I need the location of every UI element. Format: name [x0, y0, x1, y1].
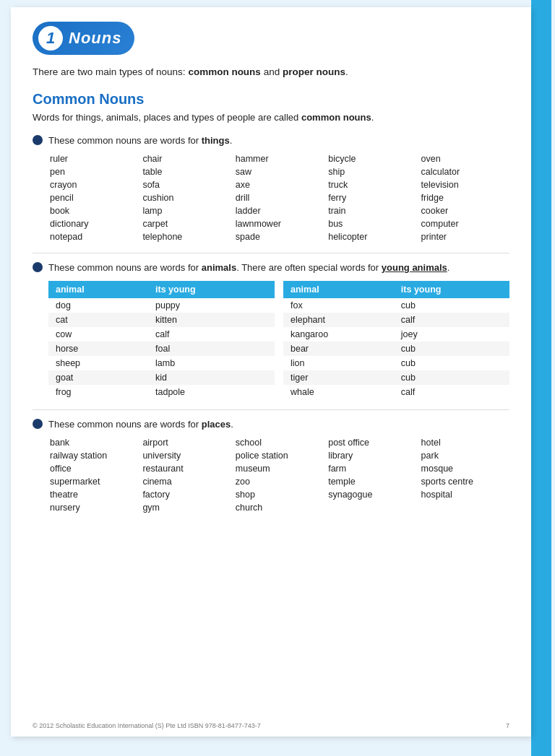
young-name: cub	[394, 298, 509, 313]
things-word-grid: ruler chair hammer bicycle oven pen tabl…	[48, 153, 509, 243]
copyright-text: © 2012 Scholastic Education Internationa…	[33, 722, 261, 729]
animal-name: bear	[283, 342, 394, 356]
right-sidebar-bar	[531, 0, 551, 756]
page-footer: © 2012 Scholastic Education Internationa…	[33, 722, 509, 729]
word-cell: mosque	[420, 463, 509, 474]
word-cell: nursery	[48, 502, 138, 513]
intro-paragraph: There are two main types of nouns: commo…	[33, 65, 509, 79]
word-cell: sofa	[141, 179, 231, 191]
word-cell: post office	[327, 437, 416, 448]
table-row: catkitten	[48, 313, 275, 327]
word-cell: school	[234, 437, 324, 448]
young-name: calf	[148, 327, 275, 342]
word-cell: railway station	[48, 450, 138, 461]
table-row: bearcub	[283, 342, 509, 356]
young-name: kitten	[148, 313, 275, 327]
word-cell: university	[141, 450, 231, 461]
word-cell: ruler	[48, 153, 138, 165]
animal-name: goat	[48, 370, 148, 385]
word-cell: bicycle	[327, 153, 416, 165]
animal-name: whale	[283, 385, 394, 399]
animals-section: These common nouns are words for animals…	[33, 261, 509, 399]
table-row: whalecalf	[283, 385, 509, 399]
animal-col-header-2: animal	[283, 281, 394, 298]
word-cell: oven	[420, 153, 509, 165]
word-cell: cushion	[141, 192, 231, 204]
young-name: foal	[148, 342, 275, 356]
word-cell: notepad	[48, 231, 138, 243]
young-name: kid	[148, 370, 275, 385]
word-cell: temple	[327, 476, 416, 487]
word-cell: synagogue	[327, 489, 416, 500]
animal-name: cat	[48, 313, 148, 327]
young-name: cub	[394, 342, 509, 356]
animal-name: frog	[48, 385, 148, 399]
word-cell: truck	[327, 179, 416, 191]
word-cell: ship	[327, 166, 416, 178]
word-cell: hammer	[234, 153, 324, 165]
word-cell: television	[420, 179, 509, 191]
young-col-header-1: its young	[148, 281, 275, 298]
animals-bullet-header: These common nouns are words for animals…	[33, 261, 509, 275]
word-cell: axe	[234, 179, 324, 191]
animal-col-header-1: animal	[48, 281, 148, 298]
common-nouns-heading: Common Nouns	[33, 91, 509, 108]
places-section: These common nouns are words for places.…	[33, 417, 509, 514]
table-row: cowcalf	[48, 327, 275, 342]
word-cell: church	[234, 502, 324, 513]
word-cell: spade	[234, 231, 324, 243]
word-cell: cinema	[141, 476, 231, 487]
word-cell: bank	[48, 437, 138, 448]
word-cell: carpet	[141, 218, 231, 230]
animal-name: cow	[48, 327, 148, 342]
word-cell: cooker	[420, 205, 509, 217]
word-cell: fridge	[420, 192, 509, 204]
main-page: 1 Nouns There are two main types of noun…	[11, 7, 531, 737]
things-bullet-text: These common nouns are words for things.	[48, 134, 232, 148]
word-cell: ladder	[234, 205, 324, 217]
word-cell: train	[327, 205, 416, 217]
animal-name: fox	[283, 298, 394, 313]
word-cell: saw	[234, 166, 324, 178]
places-bullet-header: These common nouns are words for places.	[33, 417, 509, 432]
word-cell: office	[48, 463, 138, 474]
places-word-grid: bank airport school post office hotel ra…	[48, 437, 509, 513]
word-cell: museum	[234, 463, 324, 474]
word-cell: bus	[327, 218, 416, 230]
young-name: cub	[394, 356, 509, 370]
word-cell: police station	[234, 450, 324, 461]
animal-name: horse	[48, 342, 148, 356]
animal-name: lion	[283, 356, 394, 370]
word-cell: dictionary	[48, 218, 138, 230]
young-name: puppy	[148, 298, 275, 313]
word-cell: supermarket	[48, 476, 138, 487]
word-cell: farm	[327, 463, 416, 474]
animal-tables-container: animal its young dogpuppy catkitten cowc…	[48, 281, 509, 399]
word-cell: park	[420, 450, 509, 461]
word-cell: calculator	[420, 166, 509, 178]
word-cell: table	[141, 166, 231, 178]
word-cell: library	[327, 450, 416, 461]
word-cell: pen	[48, 166, 138, 178]
word-cell: factory	[141, 489, 231, 500]
word-cell: lamp	[141, 205, 231, 217]
word-cell: zoo	[234, 476, 324, 487]
common-nouns-description: Words for things, animals, places and ty…	[33, 110, 509, 125]
young-name: lamb	[148, 356, 275, 370]
table-row: tigercub	[283, 370, 509, 385]
table-row: foxcub	[283, 298, 509, 313]
table-row: dogpuppy	[48, 298, 275, 313]
things-bullet-header: These common nouns are words for things.	[33, 134, 509, 148]
word-cell: drill	[234, 192, 324, 204]
table-row: lioncub	[283, 356, 509, 370]
table-row: sheeplamb	[48, 356, 275, 370]
chapter-title: Nouns	[69, 29, 121, 48]
animal-name: tiger	[283, 370, 394, 385]
word-cell: airport	[141, 437, 231, 448]
places-bullet-text: These common nouns are words for places.	[48, 417, 233, 432]
table-row: kangaroojoey	[283, 327, 509, 342]
word-cell: gym	[141, 502, 231, 513]
things-section: These common nouns are words for things.…	[33, 134, 509, 243]
animal-table-1: animal its young dogpuppy catkitten cowc…	[48, 281, 275, 399]
young-col-header-2: its young	[394, 281, 509, 298]
